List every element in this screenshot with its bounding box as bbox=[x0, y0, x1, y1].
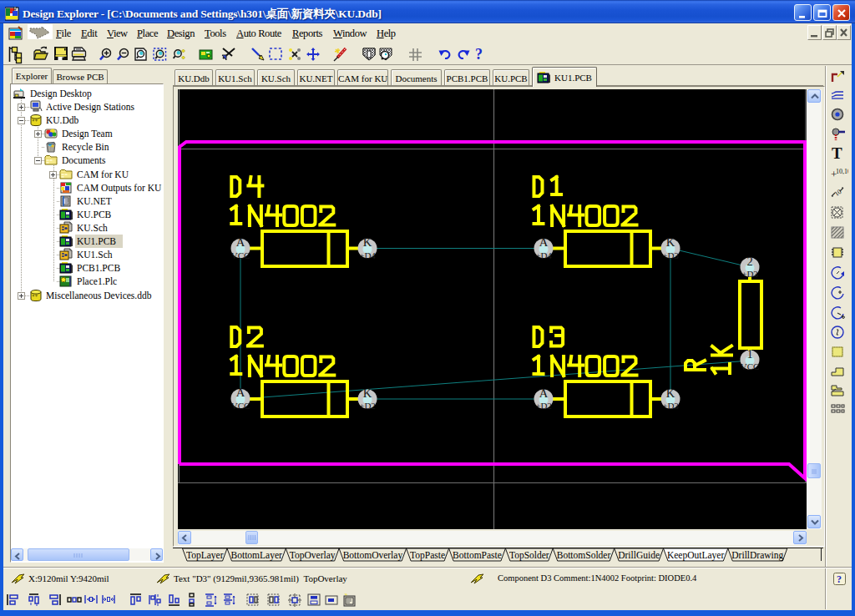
svg-text:T: T bbox=[832, 146, 842, 162]
svg-text:A: A bbox=[236, 386, 245, 399]
svg-text:K: K bbox=[363, 386, 372, 400]
svg-text:KeepOutLayer: KeepOutLayer bbox=[667, 550, 724, 561]
svg-text:TopOverlay: TopOverlay bbox=[290, 550, 336, 561]
svg-text:BottomOverlay: BottomOverlay bbox=[343, 550, 403, 561]
svg-text:+D4: +D4 bbox=[359, 250, 376, 260]
svg-text:VCC: VCC bbox=[231, 401, 250, 411]
svg-text:+D3: +D3 bbox=[662, 401, 679, 411]
svg-text:DrillDrawing: DrillDrawing bbox=[731, 550, 783, 561]
svg-text:TopPaste: TopPaste bbox=[410, 550, 445, 561]
svg-text:A: A bbox=[539, 235, 549, 249]
svg-text:TopSolder: TopSolder bbox=[509, 550, 549, 561]
svg-text:2: 2 bbox=[746, 255, 752, 268]
svg-text:DrillGuide: DrillGuide bbox=[618, 550, 660, 560]
svg-text:K: K bbox=[666, 386, 675, 400]
svg-text:+D3: +D3 bbox=[662, 250, 679, 260]
svg-text:A: A bbox=[539, 386, 549, 400]
svg-text:+D2: +D2 bbox=[359, 401, 376, 411]
svg-text:10,10: 10,10 bbox=[836, 168, 848, 175]
svg-text:A: A bbox=[236, 235, 245, 249]
svg-text:BottomLayer: BottomLayer bbox=[231, 550, 282, 561]
svg-text:K: K bbox=[666, 235, 675, 249]
svg-text:?: ? bbox=[837, 573, 842, 585]
svg-text:VCC: VCC bbox=[741, 361, 760, 371]
svg-text:BottomPaste: BottomPaste bbox=[453, 550, 502, 560]
svg-text:1: 1 bbox=[746, 347, 752, 361]
svg-text:VCC: VCC bbox=[231, 250, 250, 260]
svg-text:+D3: +D3 bbox=[741, 269, 758, 279]
svg-text:+D2: +D2 bbox=[535, 401, 552, 411]
svg-text:BottomSolder: BottomSolder bbox=[557, 550, 611, 560]
svg-text:K: K bbox=[363, 235, 372, 249]
svg-text:TopLayer: TopLayer bbox=[186, 550, 224, 561]
svg-text:+D4: +D4 bbox=[535, 250, 552, 260]
